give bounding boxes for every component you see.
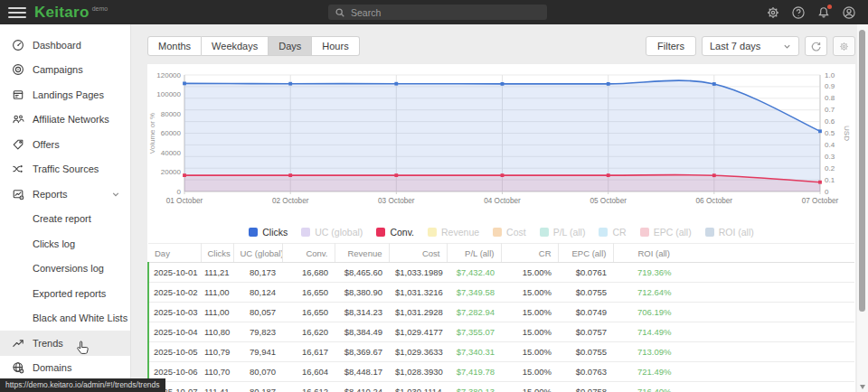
sidebar-item-label: Conversions log (33, 263, 104, 274)
legend-label: CR (612, 227, 626, 238)
legend-item-epc-all[interactable]: EPC (all) (640, 227, 692, 238)
cell-revenue: $8,380.90 (335, 283, 389, 303)
account-icon[interactable] (842, 5, 856, 20)
help-icon[interactable] (791, 5, 806, 20)
sidebar-item-label: Domains (33, 362, 71, 373)
page-icon (12, 89, 24, 101)
legend-item-uc-global[interactable]: UC (global) (301, 227, 363, 238)
refresh-button[interactable] (805, 36, 827, 56)
cell-cost: $1,028.3930 (389, 362, 447, 382)
cell-uc-global: 80,187 (233, 382, 282, 392)
sidebar-item-campaigns[interactable]: Campaigns (0, 58, 130, 83)
cell-uc-global: 80,070 (233, 362, 282, 382)
sidebar-item-domains[interactable]: Domains (0, 356, 130, 381)
sidebar-item-affiliate-networks[interactable]: Affiliate Networks (0, 107, 130, 133)
tab-days[interactable]: Days (269, 36, 312, 56)
gear-icon[interactable] (766, 5, 780, 20)
date-range-select[interactable]: Last 7 days (702, 36, 799, 56)
legend-swatch (249, 228, 258, 237)
chart-settings-button[interactable] (833, 36, 855, 56)
svg-text:80000: 80000 (161, 110, 182, 118)
cell-epc-all: $0.0757 (558, 322, 613, 342)
sidebar-item-label: Clicks log (33, 238, 75, 249)
svg-text:0: 0 (825, 188, 829, 196)
cell-cost: $1,033.1989 (389, 263, 447, 283)
sidebar-item-trends[interactable]: Trends (0, 331, 130, 356)
cell-uc-global: 79,941 (233, 342, 282, 362)
people-icon (12, 113, 24, 126)
column-header-cr: CR (501, 244, 558, 263)
page-scrollbar[interactable] (857, 24, 868, 392)
cell-cr: 15.00% (501, 342, 558, 362)
tab-hours[interactable]: Hours (312, 36, 359, 56)
svg-text:20000: 20000 (161, 168, 182, 176)
svg-text:02 October: 02 October (272, 197, 309, 205)
sidebar-item-label: Reports (33, 189, 68, 200)
sidebar-item-offers[interactable]: Offers (0, 132, 130, 157)
svg-text:Volume or %: Volume or % (148, 113, 156, 154)
svg-text:03 October: 03 October (378, 197, 415, 205)
legend-label: Revenue (441, 227, 479, 238)
cell-revenue: $8,410.24 (335, 382, 389, 392)
legend-label: P/L (all) (553, 227, 586, 238)
sidebar-item-label: Campaigns (33, 64, 83, 75)
sidebar-item-landings-pages[interactable]: Landings Pages (0, 82, 130, 107)
cell-uc-global: 79,823 (233, 322, 282, 342)
cell-day: 2025-10-03 (148, 303, 201, 322)
sidebar-item-label: Create report (33, 213, 91, 224)
legend-label: EPC (all) (654, 227, 692, 238)
trends-table: DayClicksUC (global)Conv.RevenueCostP/L … (147, 243, 854, 392)
legend-item-conv[interactable]: Conv. (376, 227, 414, 238)
svg-text:05 October: 05 October (590, 197, 627, 205)
cell-p-l-all: $7,349.58 (447, 283, 501, 303)
cell-cr: 15.00% (501, 322, 558, 342)
legend-item-p-l-all[interactable]: P/L (all) (540, 227, 586, 238)
search-input[interactable]: Search (328, 5, 547, 20)
column-header-p-l-all: P/L (all) (447, 244, 501, 263)
scrollbar-down-arrow[interactable] (860, 385, 865, 389)
bell-icon[interactable] (816, 5, 831, 20)
menu-icon[interactable] (8, 5, 26, 20)
tag-icon (12, 138, 24, 151)
sidebar-item-clicks-log[interactable]: Clicks log (0, 231, 130, 257)
column-header-uc-global: UC (global) (233, 244, 282, 263)
sidebar-item-traffic-sources[interactable]: Traffic Sources (0, 157, 130, 182)
chart-legend: ClicksUC (global)Conv.RevenueCostP/L (al… (147, 223, 855, 240)
legend-item-revenue[interactable]: Revenue (428, 227, 479, 238)
tab-weekdays[interactable]: Weekdays (202, 36, 269, 56)
cell-roi-all: 719.36% (613, 263, 854, 283)
cell-cost: $1,029.3633 (389, 342, 447, 362)
sidebar-item-reports[interactable]: Reports (0, 182, 130, 207)
report-panel: 02000040000600008000010000012000000.10.2… (147, 64, 855, 392)
brand-logo[interactable]: Keitaro (34, 5, 90, 20)
period-tabs: MonthsWeekdaysDaysHours (147, 36, 360, 56)
scrollbar-thumb[interactable] (859, 30, 865, 312)
cell-epc-all: $0.0749 (558, 303, 613, 322)
svg-text:0.9: 0.9 (825, 82, 835, 90)
svg-text:0.8: 0.8 (825, 94, 835, 102)
sidebar-item-create-report[interactable]: Create report (0, 207, 130, 232)
svg-text:06 October: 06 October (696, 197, 733, 205)
cell-conv: 16,612 (282, 382, 335, 392)
cell-day: 2025-10-02 (148, 283, 201, 303)
column-header-clicks: Clicks (201, 244, 233, 263)
cell-epc-all: $0.0758 (558, 382, 613, 392)
legend-swatch (301, 228, 310, 237)
svg-text:0.7: 0.7 (825, 106, 835, 114)
sidebar-item-dashboard[interactable]: Dashboard (0, 33, 130, 58)
svg-text:01 October: 01 October (166, 197, 203, 205)
legend-item-roi-all[interactable]: ROI (all) (705, 227, 754, 238)
sidebar-item-exported-reports[interactable]: Exported reports (0, 281, 130, 306)
column-header-day: Day (148, 244, 201, 263)
column-header-roi-all: ROI (all) (613, 244, 854, 263)
sidebar-item-black-and-white-lists[interactable]: Black and White Lists (0, 306, 130, 331)
legend-item-cr[interactable]: CR (599, 227, 626, 238)
sidebar-item-conversions-log[interactable]: Conversions log (0, 257, 130, 282)
legend-item-clicks[interactable]: Clicks (249, 227, 288, 238)
cell-roi-all: 713.09% (613, 342, 854, 362)
tab-months[interactable]: Months (147, 36, 202, 56)
svg-text:07 October: 07 October (802, 197, 839, 205)
filters-button[interactable]: Filters (646, 36, 696, 56)
trends-chart: 02000040000600008000010000012000000.10.2… (147, 64, 855, 223)
legend-item-cost[interactable]: Cost (493, 227, 526, 238)
